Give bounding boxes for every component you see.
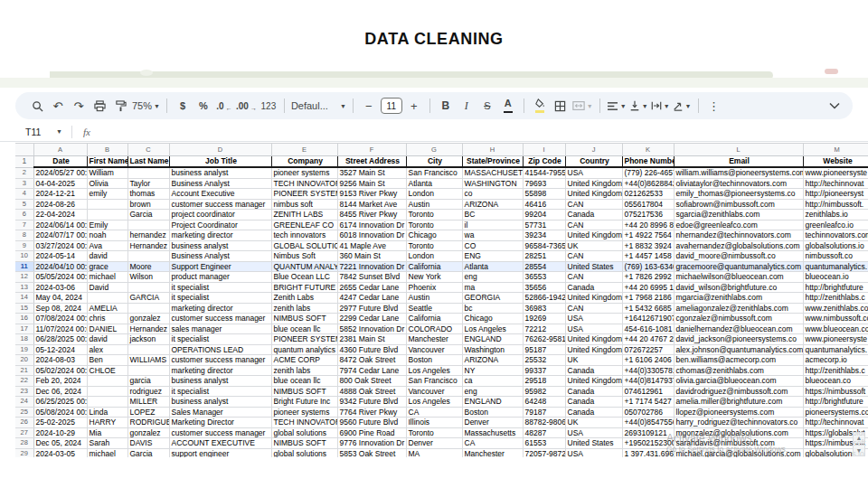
cell[interactable]: Wilson: [127, 272, 169, 283]
cell[interactable]: United Kingdom: [565, 293, 622, 304]
cell[interactable]: Sales Manager: [169, 407, 271, 418]
cell[interactable]: david: [87, 334, 127, 345]
cell[interactable]: Feb 20, 2024: [33, 376, 87, 387]
cell[interactable]: 7764 River Pkwy: [337, 407, 406, 418]
cell[interactable]: marketing director: [169, 365, 271, 376]
cell[interactable]: 2024-10-29: [33, 427, 87, 438]
more-formats-button[interactable]: 123: [259, 96, 278, 116]
cell[interactable]: Atlanta: [406, 178, 462, 189]
scroll-up-icon[interactable]: ▲: [853, 432, 865, 444]
cell[interactable]: Business Analyst: [169, 251, 271, 262]
cell[interactable]: ENGLAND: [462, 334, 523, 345]
zoom-select[interactable]: 75%▼: [132, 96, 160, 116]
vertical-align-button[interactable]: ▼: [629, 96, 648, 116]
cell[interactable]: support engineer: [169, 448, 271, 457]
cell[interactable]: United Kingdom: [565, 230, 622, 241]
cell[interactable]: GLOBAL SOLUTIONS: [271, 240, 337, 251]
cell[interactable]: www.pioneersyste: [803, 167, 868, 178]
cell[interactable]: 5852 Innovation Dr: [337, 324, 406, 334]
cell[interactable]: customer success manager: [169, 199, 271, 210]
cell[interactable]: brown: [127, 199, 169, 210]
cell[interactable]: sofiabrown@nimbussoft.com: [674, 199, 803, 210]
borders-button[interactable]: [552, 96, 570, 116]
cell[interactable]: gonzalez: [127, 427, 169, 438]
cell[interactable]: gonzalez: [127, 314, 169, 324]
cell[interactable]: ZENITH LABS: [271, 210, 337, 221]
row-number[interactable]: 12: [15, 272, 33, 283]
cell[interactable]: Washington: [462, 344, 523, 355]
row-number[interactable]: 23: [15, 386, 33, 397]
cell[interactable]: Garcia: [127, 448, 169, 457]
cell[interactable]: gracemoore@quantumanalytics.com: [674, 261, 803, 272]
cell[interactable]: William: [87, 167, 127, 178]
cell[interactable]: 8472 Oak Street: [337, 355, 406, 366]
cell[interactable]: 050702786: [622, 407, 674, 418]
cell[interactable]: 2024/06/14 00:00:00: [33, 220, 87, 230]
cell[interactable]: ACME CORP: [271, 355, 337, 366]
cell[interactable]: Olivia: [87, 178, 127, 189]
cell[interactable]: 61553: [523, 438, 565, 449]
row-number[interactable]: 6: [15, 210, 33, 221]
cell[interactable]: Boston: [462, 407, 523, 418]
cell[interactable]: GARCIA: [127, 293, 169, 304]
cell[interactable]: 96584-7365: [523, 240, 565, 251]
cell[interactable]: ARIZONA: [462, 199, 523, 210]
format-percent-button[interactable]: %: [194, 96, 212, 116]
cell[interactable]: 6018 Innovation Dr: [337, 230, 406, 241]
cell[interactable]: 99204: [523, 210, 565, 221]
header-cell[interactable]: First Name: [87, 156, 127, 168]
cell[interactable]: customer success manager: [169, 355, 271, 366]
cell[interactable]: USA: [565, 324, 622, 334]
row-number[interactable]: 9: [15, 240, 33, 251]
column-letter-E[interactable]: E: [271, 144, 337, 156]
cell[interactable]: zenith labs: [271, 365, 337, 376]
cell[interactable]: 28554: [523, 261, 565, 272]
cell[interactable]: edoe@greenleafco.com: [674, 220, 803, 230]
cell[interactable]: Hernandez: [127, 324, 169, 334]
fill-color-button[interactable]: [531, 96, 549, 116]
cell[interactable]: (769) 163-6340: [622, 261, 674, 272]
cell[interactable]: Sarah: [87, 438, 127, 449]
cell[interactable]: michael: [87, 272, 127, 283]
cell[interactable]: 19269: [523, 314, 565, 324]
cell[interactable]: 9153 River Pkwy: [337, 189, 406, 200]
cell[interactable]: GREENLEAF CO: [271, 220, 337, 230]
cell[interactable]: USA: [565, 448, 622, 457]
cell[interactable]: BC: [462, 210, 523, 221]
strikethrough-button[interactable]: S: [478, 96, 496, 116]
cell[interactable]: hernandez: [127, 230, 169, 241]
cell[interactable]: blueocean.co: [803, 376, 868, 387]
cell[interactable]: 36983: [523, 303, 565, 314]
cell[interactable]: cgonzalez@nimbussoft.com: [674, 314, 803, 324]
cell[interactable]: Support Engineer: [169, 261, 271, 272]
cell[interactable]: Canada: [565, 210, 622, 221]
cell[interactable]: Canada: [565, 386, 622, 397]
cell[interactable]: +16412671907: [622, 314, 674, 324]
cell[interactable]: Austin: [406, 293, 462, 304]
header-cell[interactable]: State/Province: [462, 156, 523, 168]
cell[interactable]: david_moore@nimbussoft.co: [674, 251, 803, 262]
cell[interactable]: danielhernandez@blueocean.com: [674, 324, 803, 334]
row-number[interactable]: 10: [15, 251, 33, 262]
cell[interactable]: michael: [87, 448, 127, 457]
cell[interactable]: michael.garcia@globalsolutions.com: [674, 448, 803, 457]
cell[interactable]: tech innovators: [271, 230, 337, 241]
cell[interactable]: 72057-9872: [523, 448, 565, 457]
cell[interactable]: david: [87, 251, 127, 262]
cell[interactable]: Canada: [565, 397, 622, 408]
cell[interactable]: avahernandez@globalsolutions.com: [674, 240, 803, 251]
cell[interactable]: Emily: [87, 220, 127, 230]
cell[interactable]: noah: [87, 230, 127, 241]
cell[interactable]: United Kingdom: [565, 344, 622, 355]
cell[interactable]: Hernandez: [127, 240, 169, 251]
row-number[interactable]: 2: [15, 167, 33, 178]
cell[interactable]: 2381 Main St: [337, 334, 406, 345]
font-select[interactable]: Defaul...▼: [291, 96, 346, 116]
cell[interactable]: 48287: [523, 427, 565, 438]
cell[interactable]: [87, 199, 127, 210]
cell[interactable]: +44 20 6995 1319: [622, 282, 674, 293]
cell[interactable]: 35656: [523, 282, 565, 293]
cell[interactable]: Moore: [127, 261, 169, 272]
row-number[interactable]: 16: [15, 314, 33, 324]
cell[interactable]: marketing director: [169, 303, 271, 314]
